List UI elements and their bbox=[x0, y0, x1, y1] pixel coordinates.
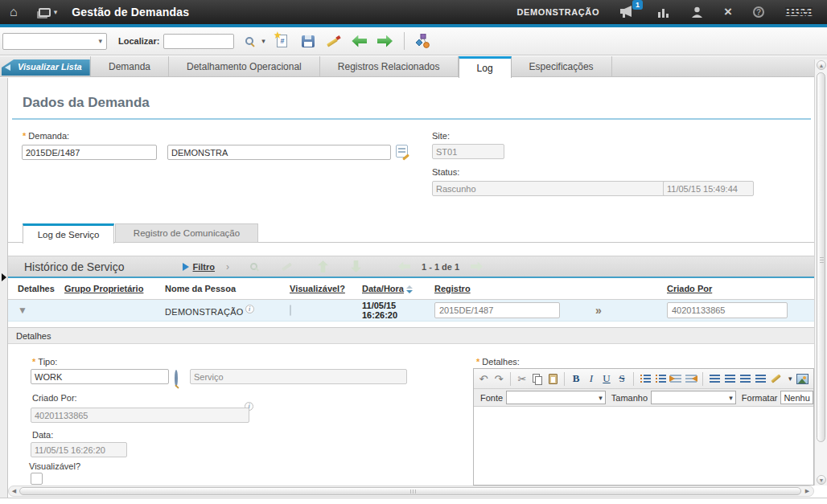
clear-changes-button[interactable] bbox=[325, 32, 343, 50]
demanda-id-field[interactable] bbox=[22, 145, 157, 160]
tipo-field[interactable] bbox=[31, 369, 169, 384]
status-field bbox=[432, 181, 680, 196]
expand-panel-icon[interactable] bbox=[2, 273, 6, 281]
paste-icon[interactable] bbox=[547, 371, 558, 386]
row-expand-icon[interactable]: ▼ bbox=[18, 305, 27, 316]
search-input[interactable] bbox=[163, 34, 234, 49]
save-button[interactable] bbox=[299, 32, 317, 50]
tamanho-label: Tamanho bbox=[611, 393, 648, 403]
help-icon[interactable]: ? bbox=[753, 6, 764, 18]
outdent-button[interactable] bbox=[685, 371, 697, 386]
visualizavel-label: Visualizável? bbox=[29, 461, 80, 471]
editor-divider bbox=[510, 372, 511, 386]
home-icon[interactable]: ⌂ bbox=[10, 5, 18, 19]
horizontal-scrollbar[interactable]: ◀ ▶ bbox=[8, 486, 814, 497]
window-switcher-caret-icon[interactable]: ▾ bbox=[54, 8, 58, 16]
underline-button[interactable]: U bbox=[601, 371, 612, 386]
window-switcher-icon[interactable] bbox=[39, 8, 51, 17]
detail-menu-icon[interactable]: » bbox=[595, 304, 602, 317]
tipo-lookup-button[interactable] bbox=[175, 371, 178, 386]
detalhes-texto-label: Detalhes: bbox=[476, 357, 520, 367]
horizontal-scrollbar-thumb[interactable] bbox=[19, 487, 801, 495]
detalhes-panel-title: Detalhes bbox=[16, 331, 51, 341]
subtab-log-servico[interactable]: Log de Serviço bbox=[23, 223, 114, 244]
tab-log-label: Log bbox=[477, 63, 493, 74]
align-center-button[interactable] bbox=[739, 371, 751, 386]
historico-title: Histórico de Serviço bbox=[24, 260, 125, 273]
demanda-desc-field[interactable] bbox=[167, 145, 391, 160]
undo-icon[interactable]: ↶ bbox=[478, 371, 489, 386]
next-record-button[interactable] bbox=[376, 32, 394, 50]
editor-body[interactable] bbox=[474, 407, 813, 486]
align-left-icon bbox=[710, 375, 720, 383]
visualizar-lista-tab[interactable]: Visualizar Lista bbox=[2, 59, 90, 76]
vertical-scrollbar[interactable]: ▲ ▼ bbox=[814, 59, 827, 486]
prev-page-icon-disabled bbox=[398, 262, 410, 272]
text-color-button[interactable] bbox=[770, 371, 781, 386]
strikethrough-button[interactable]: S bbox=[616, 371, 627, 386]
italic-button[interactable]: I bbox=[586, 371, 597, 386]
bold-button[interactable]: B bbox=[570, 371, 582, 386]
table-row[interactable]: ▼ DEMONSTRAÇÃO 11/05/15 16:26:20 » bbox=[8, 300, 814, 322]
fonte-select[interactable]: ▾ bbox=[506, 391, 606, 404]
previous-record-button[interactable] bbox=[351, 32, 368, 50]
announcements-icon[interactable]: 1 bbox=[620, 6, 636, 18]
vertical-scrollbar-thumb[interactable] bbox=[817, 72, 825, 442]
workflow-button[interactable] bbox=[414, 32, 432, 50]
filtro-link[interactable]: Filtro bbox=[183, 262, 216, 272]
bottom-border bbox=[0, 498, 827, 498]
tipo-lookup-icon bbox=[175, 370, 178, 387]
arrow-left-icon bbox=[352, 35, 367, 47]
reports-icon[interactable] bbox=[657, 6, 670, 18]
align-right-button[interactable] bbox=[724, 371, 735, 386]
historico-toolbar: Histórico de Serviço Filtro › 1 - 1 de 1 bbox=[8, 256, 814, 278]
main-toolbar: ▾ Localizar: ▾ bbox=[0, 27, 827, 55]
redo-icon[interactable]: ↷ bbox=[493, 371, 504, 386]
search-button[interactable] bbox=[241, 32, 258, 50]
tamanho-select[interactable]: ▾ bbox=[651, 391, 736, 404]
subtab-registro-comunicacao[interactable]: Registro de Comunicação bbox=[115, 223, 258, 243]
record-select-caret-icon: ▾ bbox=[98, 37, 102, 45]
tab-detalhamento-operacional[interactable]: Detalhamento Operacional bbox=[169, 56, 320, 76]
scroll-right-icon[interactable]: ▶ bbox=[803, 487, 812, 495]
profile-icon[interactable] bbox=[691, 6, 703, 18]
left-splitter-strip[interactable] bbox=[0, 78, 8, 498]
indent-button[interactable] bbox=[670, 371, 681, 386]
ordered-list-button[interactable] bbox=[640, 371, 651, 386]
bullet-list-button[interactable] bbox=[655, 371, 666, 386]
tab-demanda[interactable]: Demanda bbox=[90, 56, 169, 76]
fonte-caret-icon: ▾ bbox=[599, 394, 603, 402]
sign-out-icon[interactable]: × bbox=[724, 6, 732, 18]
formatar-select[interactable]: Nenhum bbox=[780, 391, 813, 404]
long-description-icon[interactable] bbox=[396, 145, 408, 158]
col-criado-por[interactable]: Criado Por bbox=[665, 284, 814, 293]
tab-log[interactable]: Log bbox=[459, 56, 512, 78]
insert-image-button[interactable] bbox=[796, 371, 808, 386]
scroll-up-icon[interactable]: ▲ bbox=[817, 60, 826, 70]
col-visualizavel[interactable]: Visualizável? bbox=[288, 284, 360, 293]
info-icon[interactable] bbox=[245, 305, 254, 313]
scroll-left-icon[interactable]: ◀ bbox=[10, 487, 19, 495]
filtro-expand-icon[interactable]: › bbox=[226, 261, 229, 272]
cut-icon[interactable]: ✂ bbox=[516, 371, 528, 386]
col-data-hora[interactable]: Data/Hora bbox=[360, 284, 433, 293]
visualizavel-checkbox[interactable] bbox=[31, 473, 43, 485]
search-options-caret-icon[interactable]: ▾ bbox=[261, 37, 265, 45]
cell-registro-field[interactable] bbox=[434, 302, 560, 318]
col-registro[interactable]: Registro bbox=[433, 284, 565, 293]
record-select[interactable]: ▾ bbox=[2, 33, 107, 50]
copy-icon[interactable] bbox=[532, 371, 543, 386]
row-visualizavel-checkbox bbox=[290, 305, 291, 316]
paste-clipboard-icon bbox=[549, 374, 558, 384]
tab-especificacoes[interactable]: Especificações bbox=[512, 56, 612, 76]
cell-criado-field[interactable] bbox=[667, 302, 788, 318]
justify-button[interactable] bbox=[755, 371, 766, 386]
col-data-hora-label[interactable]: Data/Hora bbox=[362, 284, 404, 293]
scroll-down-icon[interactable]: ▼ bbox=[817, 475, 826, 485]
new-record-button[interactable] bbox=[274, 32, 291, 50]
tab-registros-relacionados[interactable]: Registros Relacionados bbox=[320, 56, 459, 76]
col-grupo-proprietario[interactable]: Grupo Proprietário bbox=[63, 284, 163, 293]
tab-registros-label: Registros Relacionados bbox=[338, 61, 440, 72]
text-color-caret-icon[interactable]: ▾ bbox=[788, 375, 792, 383]
align-left-button[interactable] bbox=[709, 371, 720, 386]
